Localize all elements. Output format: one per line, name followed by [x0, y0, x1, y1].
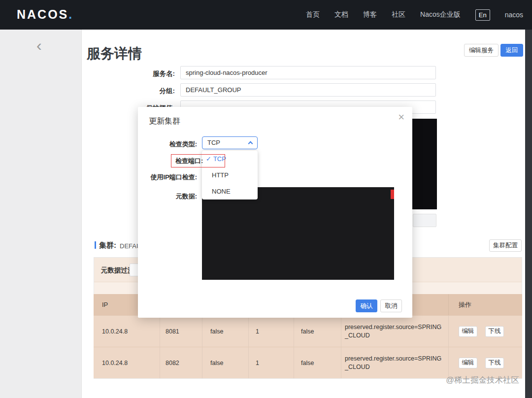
table-row: 10.0.24.8 8082 false 1 false preserved.r…	[94, 347, 522, 378]
cell-ip: 10.0.24.8	[94, 316, 160, 347]
update-cluster-modal: 更新集群 × 检查类型: TCP ✓TCP HTTP NONE 检查端口: 使用…	[138, 107, 412, 318]
dropdown-option-none[interactable]: NONE	[202, 183, 258, 199]
cluster-config-button[interactable]: 集群配置	[489, 239, 522, 252]
nacos-logo[interactable]: NACOS.	[17, 7, 73, 22]
dropdown-option-tcp[interactable]: ✓TCP	[202, 151, 258, 167]
cell-ip: 10.0.24.8	[94, 347, 160, 378]
nav-item-home[interactable]: 首页	[306, 10, 320, 19]
cell-healthy: false	[294, 347, 341, 378]
watermark: @稀土掘金技术社区	[446, 375, 519, 386]
offline-instance-button[interactable]: 下线	[485, 358, 504, 368]
top-navbar: NACOS. 首页 文档 博客 社区 Nacos企业版 En nacos	[0, 0, 532, 30]
nav-menu: 首页 文档 博客 社区 Nacos企业版 En nacos	[306, 0, 532, 30]
cancel-button[interactable]: 取消	[380, 299, 402, 312]
cell-port: 8082	[160, 347, 202, 378]
confirm-button[interactable]: 确认	[356, 299, 377, 312]
metadata-label: 元数据:	[140, 192, 197, 201]
check-type-label: 检查类型:	[140, 140, 197, 149]
service-name-label: 服务名:	[116, 69, 175, 78]
section-accent-bar	[95, 241, 96, 249]
cell-metadata: preserved.register.source=SPRING_CLOUD	[341, 316, 449, 347]
left-sidebar	[0, 30, 82, 398]
cell-actions: 编辑 下线	[449, 347, 522, 378]
header-actions: 操作	[449, 294, 522, 315]
back-button[interactable]: 返回	[500, 44, 523, 57]
form-field-fragment	[413, 214, 436, 227]
check-icon: ✓	[206, 151, 211, 167]
metadata-editor-fragment[interactable]	[412, 119, 437, 209]
service-name-input[interactable]	[180, 66, 436, 79]
nav-item-community[interactable]: 社区	[392, 10, 405, 19]
chevron-up-icon	[248, 141, 253, 146]
group-label: 分组:	[116, 87, 175, 96]
check-type-selected-value: TCP	[207, 139, 220, 146]
nacos-app: NACOS. 首页 文档 博客 社区 Nacos企业版 En nacos ‹ 服…	[0, 0, 532, 398]
group-input[interactable]	[180, 83, 436, 97]
cell-weight: 1	[249, 347, 294, 378]
cell-actions: 编辑 下线	[449, 316, 522, 347]
cluster-section-label: 集群:	[99, 241, 116, 250]
cell-ephemeral: false	[202, 316, 249, 347]
edit-instance-button[interactable]: 编辑	[459, 326, 477, 337]
sidebar-collapse-icon[interactable]: ‹	[36, 37, 42, 53]
cell-port: 8081	[160, 316, 202, 347]
page-title: 服务详情	[87, 44, 142, 63]
editor-error-mark	[391, 190, 394, 199]
dropdown-option-http[interactable]: HTTP	[202, 167, 258, 183]
cell-healthy: false	[294, 316, 341, 347]
logo-dot: .	[68, 7, 73, 21]
edit-service-button[interactable]: 编辑服务	[464, 44, 499, 57]
check-type-select[interactable]: TCP	[202, 136, 258, 149]
nav-item-docs[interactable]: 文档	[334, 10, 348, 19]
scrollbar[interactable]	[525, 30, 532, 398]
cell-ephemeral: false	[202, 347, 249, 378]
cell-weight: 1	[249, 316, 294, 347]
modal-title: 更新集群	[149, 116, 180, 127]
table-row: 10.0.24.8 8081 false 1 false preserved.r…	[94, 315, 522, 347]
cell-metadata: preserved.register.source=SPRING_CLOUD	[341, 347, 449, 378]
edit-instance-button[interactable]: 编辑	[459, 358, 477, 368]
close-icon[interactable]: ×	[398, 112, 404, 123]
ip-port-check-label: 使用IP端口检查:	[140, 173, 197, 182]
nav-item-blog[interactable]: 博客	[363, 10, 377, 19]
language-toggle-button[interactable]: En	[475, 9, 490, 21]
nav-item-enterprise[interactable]: Nacos企业版	[420, 10, 461, 19]
check-type-dropdown: ✓TCP HTTP NONE	[202, 151, 258, 199]
username-label[interactable]: nacos	[505, 11, 523, 19]
metadata-code-editor[interactable]	[202, 187, 394, 280]
offline-instance-button[interactable]: 下线	[485, 326, 504, 337]
